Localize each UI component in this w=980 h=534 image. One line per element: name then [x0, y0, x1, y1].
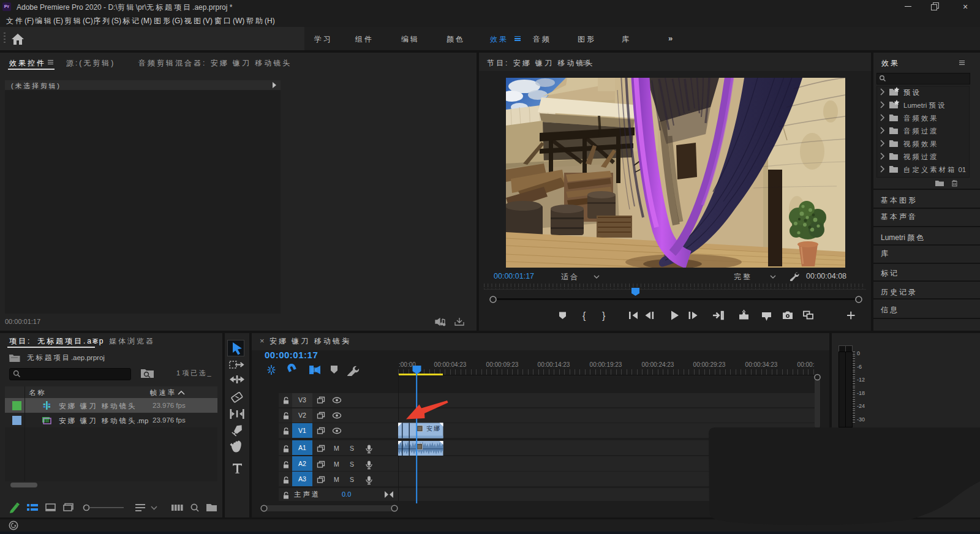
svg-text:}: } [602, 310, 606, 321]
svg-text:S: S [350, 476, 354, 483]
svg-text:M: M [334, 476, 339, 483]
svg-text:{: { [582, 310, 586, 321]
svg-text:M: M [334, 461, 339, 468]
svg-text:安娜: 安娜 [426, 425, 441, 432]
svg-text:S: S [350, 461, 354, 468]
svg-text:S: S [350, 445, 354, 452]
svg-text:M: M [334, 445, 339, 452]
